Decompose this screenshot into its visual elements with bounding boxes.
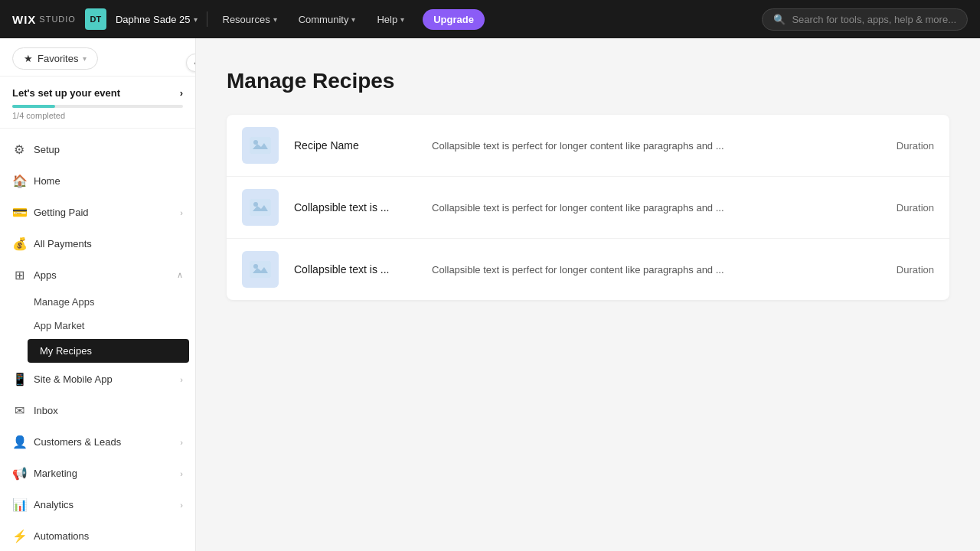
star-icon: ★ [24,53,33,64]
analytics-arrow-icon: › [180,500,183,510]
resources-chevron-icon: ▾ [273,15,277,24]
collapse-icon: ‹ [194,58,196,67]
setup-label: Setup [34,144,183,155]
nav-group-automations: ⚡ Automations [0,521,195,551]
apps-label: Apps [34,269,169,281]
nav-group-setup: ⚙ Setup [0,135,195,165]
sidebar-item-marketing[interactable]: 📢 Marketing › [0,458,195,488]
marketing-icon: 📢 [12,466,26,481]
nav-group-analytics: 📊 Analytics › [0,490,195,520]
all-payments-icon: 💰 [12,236,26,251]
nav-group-getting-paid: 💳 Getting Paid › [0,197,195,227]
upgrade-button[interactable]: Upgrade [423,9,485,30]
analytics-icon: 📊 [12,497,26,512]
avatar[interactable]: DT [85,8,106,30]
home-label: Home [34,175,183,187]
setup-title-label: Let's set up your event [12,87,120,99]
customers-arrow-icon: › [180,438,183,447]
sidebar-item-inbox[interactable]: ✉ Inbox [0,396,195,425]
user-chevron-icon: ▾ [194,15,198,24]
nav-group-site-mobile: 📱 Site & Mobile App › [0,364,195,394]
home-icon: 🏠 [12,174,26,188]
site-mobile-arrow-icon: › [180,375,183,384]
main-layout: ‹ ★ Favorites ▾ Let's set up your event … [0,38,980,551]
nav-group-apps: ⊞ Apps ∧ Manage Apps App Market My Recip… [0,260,195,363]
nav-group-all-payments: 💰 All Payments [0,229,195,259]
sidebar-item-customers-leads[interactable]: 👤 Customers & Leads › [0,427,195,457]
recipe-description: Collapsible text is perfect for longer c… [432,264,842,276]
sidebar-item-my-recipes[interactable]: My Recipes [28,339,189,363]
sidebar-item-manage-apps[interactable]: Manage Apps [34,290,195,314]
setup-progress-bar [12,105,183,108]
recipe-name: Collapsible text is ... [294,263,416,276]
favorites-button[interactable]: ★ Favorites ▾ [12,47,98,70]
setup-expand-icon[interactable]: › [180,87,183,99]
wix-logo: WIX STUDIO [12,13,76,26]
search-placeholder: Search for tools, apps, help & more... [792,14,956,25]
getting-paid-label: Getting Paid [34,207,172,218]
user-name-dropdown[interactable]: Daphne Sade 25 ▾ [116,14,198,25]
automations-label: Automations [34,530,183,542]
nav-group-home: 🏠 Home [0,166,195,196]
user-name-label: Daphne Sade 25 [116,14,191,25]
nav-community[interactable]: Community ▾ [292,11,362,28]
inbox-icon: ✉ [12,403,26,418]
sidebar-item-app-market[interactable]: App Market [34,314,195,337]
sidebar-item-apps[interactable]: ⊞ Apps ∧ [0,260,195,290]
apps-submenu: Manage Apps App Market My Recipes [0,290,195,363]
sidebar-item-setup[interactable]: ⚙ Setup [0,135,195,165]
search-icon: 🔍 [773,14,786,25]
nav-help[interactable]: Help ▾ [371,11,410,28]
svg-rect-2 [250,199,271,216]
setup-count: 1/4 completed [12,111,183,120]
main-content: Manage Recipes Recipe Name Collapsible t… [196,38,980,551]
help-chevron-icon: ▾ [400,15,404,24]
site-mobile-label: Site & Mobile App [34,373,172,385]
nav-group-customers-leads: 👤 Customers & Leads › [0,427,195,457]
setup-progress-fill [12,105,55,108]
sidebar-item-site-mobile[interactable]: 📱 Site & Mobile App › [0,364,195,394]
community-chevron-icon: ▾ [351,15,355,24]
svg-point-3 [253,202,258,207]
automations-icon: ⚡ [12,529,26,543]
table-row[interactable]: Collapsible text is ... Collapsible text… [227,177,949,239]
marketing-arrow-icon: › [180,469,183,478]
recipe-description: Collapsible text is perfect for longer c… [432,202,842,214]
recipes-table: Recipe Name Collapsible text is perfect … [227,115,949,300]
sidebar-item-automations[interactable]: ⚡ Automations [0,521,195,551]
nav-resources[interactable]: Resources ▾ [217,11,283,28]
svg-point-5 [253,264,258,269]
recipe-duration: Duration [858,140,934,152]
svg-rect-0 [250,137,271,154]
sidebar-item-all-payments[interactable]: 💰 All Payments [0,229,195,259]
recipe-description: Collapsible text is perfect for longer c… [432,140,842,152]
help-label: Help [377,14,397,25]
table-row[interactable]: Collapsible text is ... Collapsible text… [227,239,949,300]
favorites-chevron-icon: ▾ [83,54,87,63]
sidebar-navigation: ⚙ Setup 🏠 Home 💳 Getting Paid › [0,129,195,551]
customers-label: Customers & Leads [34,436,172,448]
sidebar-item-getting-paid[interactable]: 💳 Getting Paid › [0,197,195,227]
recipe-duration: Duration [858,202,934,214]
setup-icon: ⚙ [12,142,26,157]
recipe-name: Recipe Name [294,139,416,152]
svg-point-1 [253,140,258,145]
apps-chevron-icon: ∧ [177,270,183,280]
setup-title-row: Let's set up your event › [12,87,183,99]
recipe-duration: Duration [858,264,934,276]
search-bar[interactable]: 🔍 Search for tools, apps, help & more... [762,8,968,31]
favorites-label: Favorites [38,53,78,64]
community-label: Community [299,14,349,25]
table-row[interactable]: Recipe Name Collapsible text is perfect … [227,115,949,177]
recipe-thumbnail [242,189,279,226]
analytics-label: Analytics [34,499,172,510]
nav-divider-1 [207,11,207,27]
getting-paid-arrow-icon: › [180,208,183,217]
getting-paid-icon: 💳 [12,205,26,220]
marketing-label: Marketing [34,468,172,479]
sidebar-item-home[interactable]: 🏠 Home [0,166,195,196]
recipe-name: Collapsible text is ... [294,201,416,214]
sidebar: ‹ ★ Favorites ▾ Let's set up your event … [0,38,196,551]
sidebar-item-analytics[interactable]: 📊 Analytics › [0,490,195,520]
site-mobile-icon: 📱 [12,372,26,386]
